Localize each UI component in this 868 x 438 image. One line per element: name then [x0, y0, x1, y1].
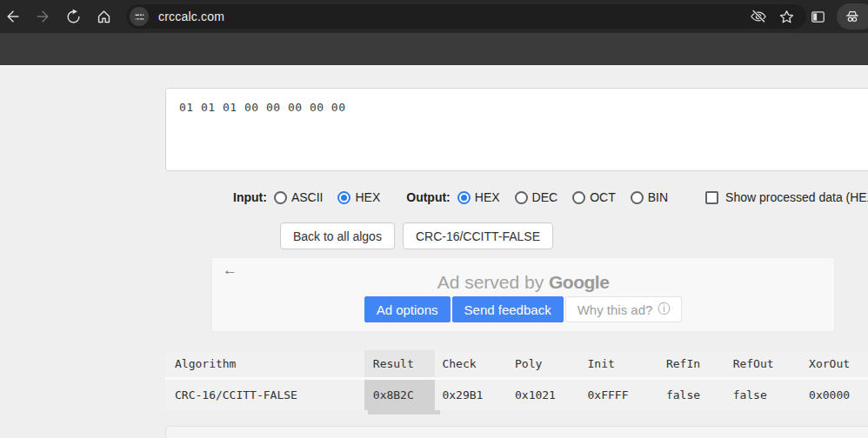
header-xorout: XorOut [802, 350, 868, 377]
ad-served-text: Ad served by Google [212, 272, 834, 293]
output-option-bin: BIN [631, 190, 668, 204]
browser-window: crccalc.com [0, 0, 868, 438]
input-option-ascii: ASCII [274, 190, 324, 204]
radio-input-hex[interactable] [337, 191, 351, 204]
send-feedback-label: Send feedback [464, 302, 551, 317]
algorithm-button[interactable]: CRC-16/CCITT-FALSE [403, 222, 553, 249]
page-content: 01 01 01 00 00 00 00 00 Input: ASCII HEX… [0, 66, 868, 438]
radio-ascii[interactable] [274, 191, 287, 204]
radio-oct[interactable] [572, 191, 585, 204]
why-this-ad-label: Why this ad? [578, 302, 653, 317]
eye-off-icon [750, 8, 767, 25]
home-icon [96, 9, 112, 25]
output-option-oct: OCT [572, 190, 616, 204]
ad-button-row: Ad options Send feedback Why this ad? ⓘ [212, 296, 834, 322]
side-panel-icon [810, 9, 826, 25]
table-row: CRC-16/CCITT-FALSE 0x8B2C 0x29B1 0x1021 … [165, 380, 868, 410]
incognito-icon [844, 8, 861, 25]
show-processed-label: Show processed data (HEX) [725, 190, 868, 204]
toolbar-lower-strip [0, 33, 868, 65]
home-button[interactable] [93, 6, 114, 27]
header-init: Init [581, 350, 659, 377]
cell-algorithm[interactable]: CRC-16/CCITT-FALSE [165, 380, 364, 410]
radio-bin[interactable] [631, 191, 644, 204]
back-to-algos-button[interactable]: Back to all algos [280, 222, 395, 249]
cell-check[interactable]: 0x29B1 [435, 380, 508, 410]
radio-dec-label: DEC [532, 190, 558, 204]
why-this-ad-button[interactable]: Why this ad? ⓘ [565, 296, 683, 322]
google-logo-text: Google [549, 272, 609, 292]
results-table-header: Algorithm Result Check Poly Init RefIn R… [165, 350, 868, 377]
header-refin: RefIn [659, 350, 726, 377]
input-option-hex: HEX [337, 190, 380, 204]
radio-dec[interactable] [515, 191, 528, 204]
privacy-eye-off-button[interactable] [749, 7, 768, 26]
browser-toolbar: crccalc.com [0, 0, 868, 33]
header-poly: Poly [508, 350, 581, 377]
result-column-highlight [368, 410, 440, 415]
cell-xorout[interactable]: 0x0000 [802, 380, 868, 410]
reload-button[interactable] [63, 6, 83, 27]
output-option-hex: HEX [457, 190, 500, 204]
google-ad-panel: ← Ad served by Google Ad options Send fe… [211, 257, 835, 332]
show-processed-checkbox[interactable] [705, 191, 718, 204]
header-check: Check [435, 350, 508, 377]
header-algorithm: Algorithm [165, 350, 364, 377]
url-text: crccalc.com [158, 10, 224, 23]
output-option-dec: DEC [515, 190, 558, 204]
radio-ascii-label: ASCII [291, 190, 324, 204]
cell-init[interactable]: 0xFFFF [581, 380, 659, 410]
cell-poly[interactable]: 0x1021 [508, 380, 581, 410]
cell-result[interactable]: 0x8B2C [364, 380, 436, 410]
ad-options-button[interactable]: Ad options [364, 296, 451, 322]
radio-input-hex-label: HEX [355, 190, 380, 204]
input-label: Input: [233, 190, 267, 204]
action-buttons: Back to all algos CRC-16/CCITT-FALSE [0, 222, 833, 249]
format-controls: Input: ASCII HEX Output: HEX DEC OCT [233, 189, 868, 206]
cell-refin[interactable]: false [659, 380, 726, 410]
ad-served-by-label: Ad served by [437, 272, 549, 292]
tune-icon [134, 11, 145, 23]
back-button[interactable] [3, 6, 23, 27]
incognito-badge [837, 3, 868, 30]
next-section-panel [165, 426, 868, 438]
radio-output-hex-label: HEX [475, 190, 500, 204]
star-icon [778, 9, 795, 25]
arrow-right-icon [34, 8, 51, 25]
output-label: Output: [406, 190, 451, 204]
show-processed-option: Show processed data (HEX) [705, 190, 868, 204]
info-icon: ⓘ [658, 302, 670, 317]
side-panel-button[interactable] [807, 6, 828, 27]
ad-options-label: Ad options [377, 302, 438, 317]
reload-icon [65, 9, 82, 25]
radio-output-hex[interactable] [457, 191, 471, 204]
address-bar[interactable]: crccalc.com [126, 4, 806, 29]
arrow-left-icon [4, 8, 22, 25]
radio-oct-label: OCT [590, 190, 616, 204]
ad-back-arrow-icon[interactable]: ← [223, 262, 237, 279]
forward-button[interactable] [32, 6, 53, 27]
send-feedback-button[interactable]: Send feedback [452, 296, 564, 322]
header-result: Result [364, 350, 436, 377]
bookmark-star-button[interactable] [777, 7, 796, 26]
cell-refout[interactable]: false [726, 380, 802, 410]
site-settings-button[interactable] [130, 7, 149, 26]
radio-bin-label: BIN [648, 190, 668, 204]
data-input-textarea[interactable]: 01 01 01 00 00 00 00 00 [165, 88, 868, 171]
header-refout: RefOut [726, 350, 802, 377]
